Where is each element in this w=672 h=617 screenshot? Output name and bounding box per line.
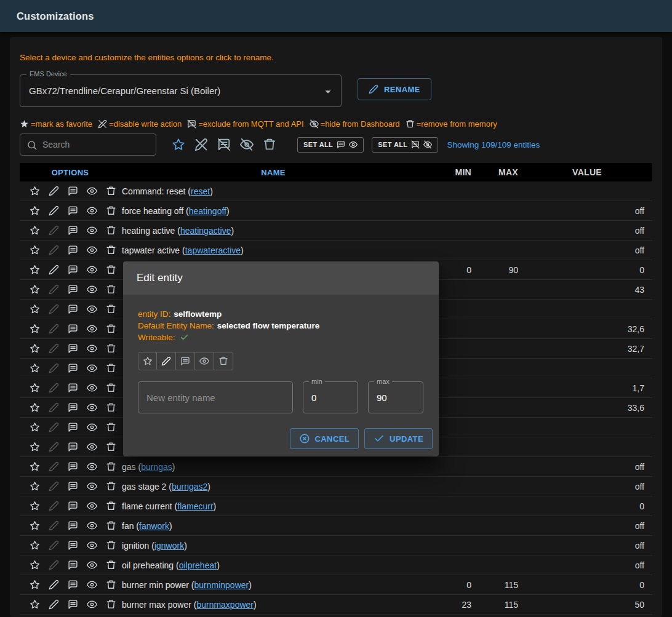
entity-code-link[interactable]: tapwateractive (185, 245, 241, 255)
entity-code-link[interactable]: heatingactive (180, 226, 231, 236)
edit-icon[interactable] (49, 363, 59, 373)
visibility-icon[interactable] (87, 422, 97, 432)
visibility-icon[interactable] (87, 363, 97, 373)
favorite-icon[interactable] (30, 343, 40, 354)
delete-icon[interactable] (106, 560, 116, 570)
comments-icon[interactable] (68, 363, 78, 373)
comments-icon[interactable] (68, 560, 78, 570)
toggle-favorite-button[interactable] (138, 352, 157, 370)
comments-icon[interactable] (68, 284, 78, 295)
new-entity-name-input[interactable] (138, 392, 292, 403)
delete-icon[interactable] (106, 205, 116, 216)
visibility-icon[interactable] (87, 442, 97, 452)
delete-icon[interactable] (106, 520, 116, 531)
visibility-icon[interactable] (87, 599, 97, 610)
filter-favorite-button[interactable] (170, 136, 187, 153)
cancel-button[interactable]: CANCEL (290, 428, 359, 449)
edit-icon[interactable] (49, 205, 59, 216)
favorite-icon[interactable] (30, 442, 40, 452)
entity-code-link[interactable]: burnmaxpower (196, 600, 254, 610)
edit-icon[interactable] (49, 402, 59, 413)
comments-icon[interactable] (68, 324, 78, 334)
entity-code-link[interactable]: burngas2 (172, 482, 207, 492)
edit-icon[interactable] (49, 324, 59, 334)
visibility-icon[interactable] (87, 402, 97, 413)
favorite-icon[interactable] (30, 363, 40, 373)
visibility-icon[interactable] (87, 265, 97, 275)
max-field[interactable]: max (368, 381, 423, 413)
delete-icon[interactable] (106, 284, 116, 295)
delete-icon[interactable] (106, 363, 116, 373)
edit-icon[interactable] (49, 461, 59, 472)
entity-code-link[interactable]: reset (191, 186, 210, 196)
set-all-hide-button[interactable]: SET ALL (372, 137, 438, 153)
favorite-icon[interactable] (30, 284, 40, 295)
entity-code-link[interactable]: heatingoff (189, 206, 226, 216)
entity-code-link[interactable]: ignwork (154, 541, 184, 551)
edit-icon[interactable] (49, 422, 59, 432)
visibility-icon[interactable] (87, 481, 97, 492)
filter-exclude-mqtt-button[interactable] (215, 136, 233, 153)
min-input[interactable] (303, 392, 358, 403)
visibility-icon[interactable] (87, 461, 97, 472)
delete-icon[interactable] (106, 481, 116, 492)
comments-icon[interactable] (68, 245, 78, 255)
edit-icon[interactable] (49, 284, 59, 295)
favorite-icon[interactable] (30, 481, 40, 492)
favorite-icon[interactable] (30, 324, 40, 334)
visibility-icon[interactable] (87, 560, 97, 570)
delete-icon[interactable] (106, 186, 116, 196)
visibility-icon[interactable] (87, 343, 97, 354)
visibility-icon[interactable] (87, 186, 97, 196)
favorite-icon[interactable] (30, 402, 40, 413)
favorite-icon[interactable] (30, 461, 40, 472)
comments-icon[interactable] (68, 225, 78, 236)
visibility-icon[interactable] (87, 579, 97, 590)
comments-icon[interactable] (68, 343, 78, 354)
delete-icon[interactable] (106, 422, 116, 432)
edit-icon[interactable] (49, 481, 59, 492)
entity-code-link[interactable]: burngas (141, 462, 172, 472)
favorite-icon[interactable] (30, 501, 40, 511)
edit-icon[interactable] (49, 501, 59, 511)
new-entity-name-field[interactable] (138, 381, 293, 413)
favorite-icon[interactable] (30, 205, 40, 216)
visibility-icon[interactable] (87, 540, 97, 551)
visibility-icon[interactable] (87, 225, 97, 236)
delete-icon[interactable] (106, 383, 116, 393)
visibility-icon[interactable] (87, 501, 97, 511)
visibility-icon[interactable] (87, 284, 97, 295)
min-field[interactable]: min (303, 381, 358, 413)
edit-icon[interactable] (49, 520, 59, 531)
favorite-icon[interactable] (30, 245, 40, 255)
delete-icon[interactable] (106, 265, 116, 275)
edit-icon[interactable] (49, 186, 59, 196)
edit-icon[interactable] (49, 599, 59, 610)
edit-icon[interactable] (49, 442, 59, 452)
favorite-icon[interactable] (30, 422, 40, 432)
comments-icon[interactable] (68, 520, 78, 531)
comments-icon[interactable] (68, 599, 78, 610)
delete-icon[interactable] (106, 324, 116, 334)
search-input[interactable] (20, 140, 156, 149)
edit-icon[interactable] (49, 343, 59, 354)
comments-icon[interactable] (68, 442, 78, 452)
edit-icon[interactable] (49, 245, 59, 255)
visibility-icon[interactable] (87, 205, 97, 216)
comments-icon[interactable] (68, 205, 78, 216)
ems-device-select[interactable]: EMS Device GBx72/Trendline/Cerapur/Green… (20, 74, 342, 107)
delete-icon[interactable] (106, 461, 116, 472)
filter-remove-memory-button[interactable] (261, 136, 278, 153)
delete-icon[interactable] (106, 225, 116, 236)
favorite-icon[interactable] (30, 225, 40, 236)
delete-icon[interactable] (106, 245, 116, 255)
search-field[interactable] (20, 133, 156, 156)
delete-icon[interactable] (106, 599, 116, 610)
comments-icon[interactable] (68, 501, 78, 511)
toggle-write-button[interactable] (157, 352, 176, 370)
delete-icon[interactable] (106, 304, 116, 314)
entity-code-link[interactable]: burnminpower (194, 580, 249, 590)
edit-icon[interactable] (49, 540, 59, 551)
visibility-icon[interactable] (87, 245, 97, 255)
favorite-icon[interactable] (30, 599, 40, 610)
